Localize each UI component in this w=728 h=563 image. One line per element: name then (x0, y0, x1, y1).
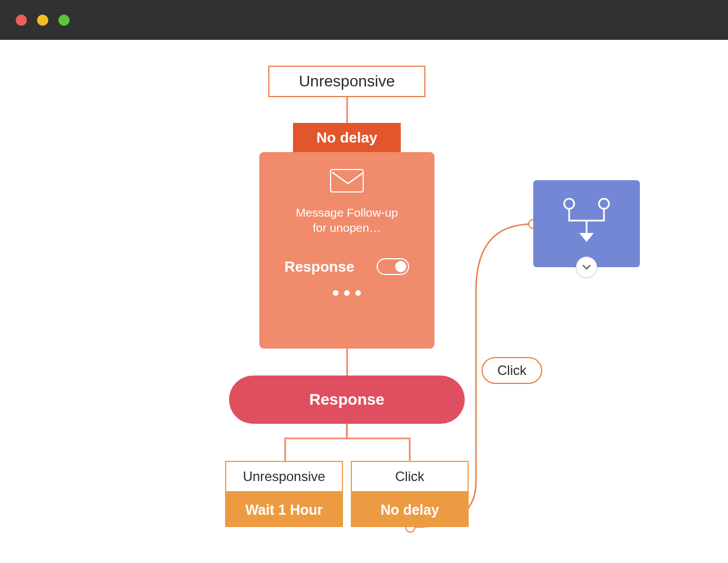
branch-merge-icon (556, 196, 617, 252)
node-unresponsive-root[interactable]: Unresponsive (268, 66, 425, 97)
traffic-light-zoom-icon[interactable] (58, 15, 70, 26)
branch-label: Click (395, 469, 424, 484)
workflow-canvas[interactable]: Unresponsive No delay Message Follow-up … (0, 40, 728, 563)
condition-label: Click (497, 363, 526, 378)
connector-line (346, 347, 348, 377)
decision-response[interactable]: Response (229, 376, 465, 424)
message-card[interactable]: Message Follow-up for unopen… Response (259, 152, 434, 349)
branch-node[interactable] (533, 180, 640, 267)
node-label: Unresponsive (299, 72, 395, 90)
connector-line (346, 96, 348, 124)
delay-label: No delay (317, 129, 377, 147)
delay-badge-root[interactable]: No delay (293, 123, 401, 152)
message-title-line1: Message Follow-up (296, 205, 398, 220)
chevron-down-icon (582, 262, 592, 272)
condition-click-pill[interactable]: Click (482, 357, 542, 384)
expand-button[interactable] (576, 257, 597, 278)
svg-point-1 (599, 199, 609, 209)
more-menu-icon[interactable] (333, 290, 361, 296)
branch-delay: No delay (381, 502, 439, 518)
traffic-light-minimize-icon[interactable] (37, 15, 48, 26)
branch-unresponsive[interactable]: Unresponsive Wait 1 Hour (225, 461, 343, 527)
toggle-knob (395, 261, 406, 272)
traffic-light-close-icon[interactable] (16, 15, 27, 26)
message-title-line2: for unopen… (313, 220, 381, 235)
branch-click[interactable]: Click No delay (351, 461, 469, 527)
response-toggle[interactable] (377, 258, 409, 275)
svg-point-0 (564, 199, 574, 209)
envelope-icon (330, 169, 364, 193)
decision-label: Response (309, 391, 384, 409)
branch-delay: Wait 1 Hour (245, 502, 323, 518)
branch-label: Unresponsive (243, 469, 326, 484)
window-titlebar (0, 0, 728, 40)
response-toggle-label: Response (285, 258, 354, 276)
